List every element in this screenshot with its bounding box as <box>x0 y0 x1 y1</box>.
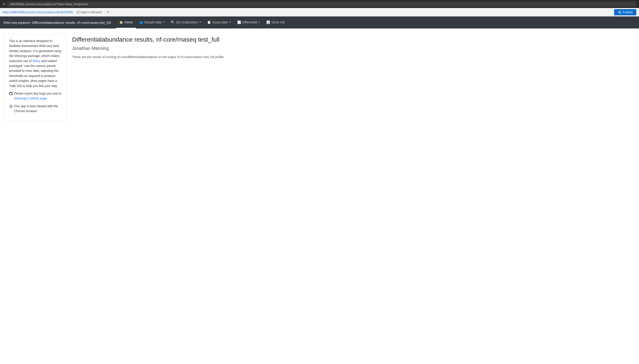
sidebar-panel: This is an interface designed to facilit… <box>4 34 67 121</box>
nav-differential-label: Differential <box>242 20 257 24</box>
assay-icon: 📋 <box>207 20 211 24</box>
sidebar-intro: This is an interface designed to facilit… <box>9 38 62 88</box>
nav-item-gene-info[interactable]: 📊 Gene info <box>263 16 288 28</box>
svg-line-5 <box>619 11 620 12</box>
main-content: This is an interface designed to facilit… <box>0 28 639 364</box>
home-icon: 🏠 <box>119 20 123 24</box>
open-in-browser-button[interactable]: Open in Browser <box>75 10 104 14</box>
nav-gene-info-label: Gene info <box>272 20 285 24</box>
refresh-icon[interactable]: ↻ <box>106 10 110 14</box>
nav-item-home[interactable]: 🏠 Home <box>116 16 136 28</box>
url-text: a08c9546a.connect.cloud.seqera.io/?view=… <box>10 2 88 6</box>
nav-item-differential[interactable]: 📈 Differential ▾ <box>234 16 264 28</box>
nav-assay-label: Assay data <box>212 20 228 24</box>
gene-info-icon: 📊 <box>266 20 270 24</box>
content-description: These are the results of running nf-core… <box>72 54 634 60</box>
content-title: Differentialabundance results, nf-core/r… <box>72 36 634 44</box>
differential-dropdown-arrow: ▾ <box>259 21 260 24</box>
assay-dropdown-arrow: ▾ <box>230 21 231 24</box>
nav-home-label: Home <box>124 20 132 24</box>
qc-dropdown-arrow: ▾ <box>200 21 201 24</box>
address-url[interactable]: https://a08c9546a.connect.cloud.seqera.i… <box>3 10 73 14</box>
shiny-link[interactable]: Shiny <box>32 59 40 63</box>
bug-prefix: Please report any bugs you see to <box>14 92 61 95</box>
open-browser-icon <box>76 11 80 14</box>
github-icon <box>9 92 13 97</box>
nav-item-sample-data[interactable]: 👥 Sample data ▾ <box>136 16 168 28</box>
address-row: https://a08c9546a.connect.cloud.seqera.i… <box>0 8 639 16</box>
bug-report-row: Please report any bugs you see to Shinyn… <box>9 91 62 101</box>
svg-point-2 <box>618 12 619 13</box>
open-in-browser-label: Open in Browser <box>80 10 102 14</box>
nav-item-assay-data[interactable]: 📋 Assay data ▾ <box>204 16 234 28</box>
publish-button[interactable]: Publish <box>614 9 636 15</box>
nav-qc-label: QC/ exploratory <box>176 20 198 24</box>
nav-item-qc-exploratory[interactable]: 🔍 QC/ exploratory ▾ <box>168 16 204 28</box>
svg-line-0 <box>78 11 79 12</box>
content-author: Jonathan Manning <box>72 46 634 51</box>
app-navbar: RNA-seq explorer: Differentialabundance … <box>0 16 639 28</box>
sidebar-intro-text2: and related packages. Use the various pa… <box>9 59 58 88</box>
svg-point-1 <box>620 11 621 12</box>
app-title: RNA-seq explorer: Differentialabundance … <box>4 21 111 24</box>
page-icon: ⊞ <box>3 2 5 6</box>
content-area: Differentialabundance results, nf-core/r… <box>72 34 634 358</box>
chrome-note-row: This app is best viewed with the Chrome … <box>9 104 62 114</box>
url-bar[interactable]: a08c9546a.connect.cloud.seqera.io/?view=… <box>7 2 636 7</box>
qc-icon: 🔍 <box>171 20 175 24</box>
svg-line-4 <box>619 12 620 13</box>
publish-label: Publish <box>622 10 633 14</box>
browser-title-bar: ⊞ a08c9546a.connect.cloud.seqera.io/?vie… <box>0 0 639 8</box>
chrome-icon <box>9 104 13 110</box>
sample-data-dropdown-arrow: ▾ <box>163 21 165 24</box>
chrome-note-text: This app is best viewed with the Chrome … <box>14 104 62 114</box>
differential-icon: 📈 <box>237 20 241 24</box>
github-link[interactable]: Shinyngs's Github page <box>14 96 47 100</box>
bug-report-text: Please report any bugs you see to Shinyn… <box>14 91 61 101</box>
publish-icon <box>618 10 621 14</box>
svg-point-3 <box>620 13 621 14</box>
nav-items: 🏠 Home 👥 Sample data ▾ 🔍 QC/ exploratory… <box>116 16 288 28</box>
nav-sample-label: Sample data <box>144 20 162 24</box>
sample-data-icon: 👥 <box>139 20 143 24</box>
